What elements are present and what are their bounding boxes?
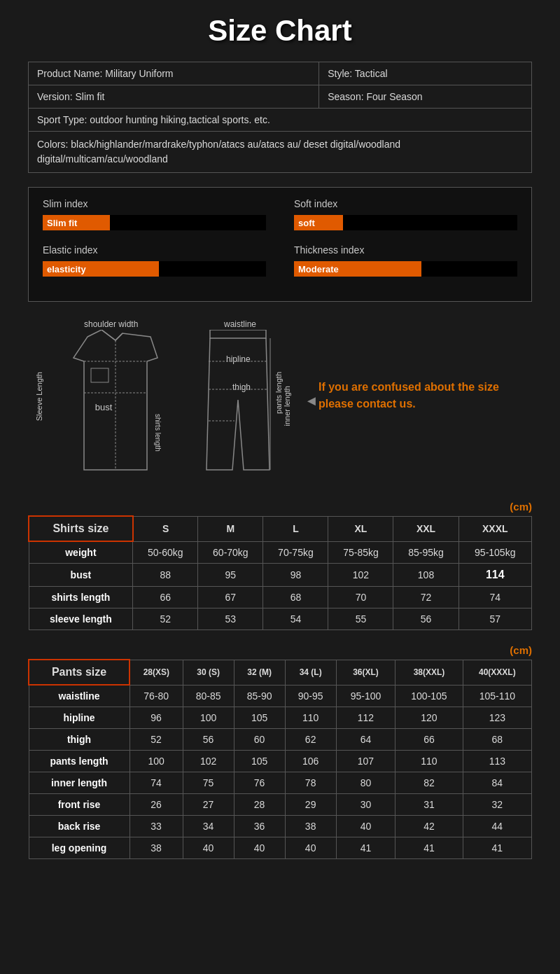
shirts-size-header: XXXL — [458, 516, 531, 541]
shirts-row-header: shirts length — [29, 587, 133, 608]
page-title: Size Chart — [0, 0, 560, 55]
pants-cell: 78 — [285, 772, 336, 794]
pants-cell: 80-85 — [183, 685, 234, 707]
shirts-unit-label: (cm) — [28, 498, 532, 515]
product-version: Version: Slim fit — [29, 85, 319, 109]
pants-cell: 76 — [234, 772, 285, 794]
shirts-row-header: weight — [29, 541, 133, 564]
pants-cell: 42 — [396, 816, 463, 837]
pants-cell: 75 — [183, 772, 234, 794]
product-season: Season: Four Season — [319, 85, 532, 109]
shirts-cell: 60-70kg — [198, 541, 263, 564]
inner-length-label: inner length — [283, 386, 291, 426]
slim-index-bar: Slim fit — [43, 215, 266, 230]
slim-index-label: Slim index — [43, 198, 266, 209]
slim-index-item: Slim index Slim fit — [43, 198, 266, 230]
thickness-index-bar: Moderate — [294, 261, 517, 277]
shirts-cell: 95-105kg — [458, 541, 531, 564]
product-style: Style: Tactical — [319, 62, 532, 85]
pants-row-header: back rise — [29, 816, 130, 837]
shirts-cell: 50-60kg — [133, 541, 198, 564]
pants-cell: 100 — [130, 751, 183, 772]
pants-cell: 64 — [336, 729, 396, 751]
shirts-cell: 70 — [328, 587, 393, 608]
shirts-cell: 75-85kg — [328, 541, 393, 564]
pants-row-header: leg opening — [29, 837, 130, 859]
shirts-cell: 70-75kg — [263, 541, 328, 564]
thickness-index-label: Thickness index — [294, 244, 517, 256]
pants-row-header: inner length — [29, 772, 130, 794]
shirts-cell: 68 — [263, 587, 328, 608]
svg-rect-7 — [210, 330, 266, 338]
pants-table-section: (cm) Pants size 28(XS)30 (S)32 (M)34 (L)… — [28, 641, 532, 859]
pants-size-header: 32 (M) — [234, 660, 285, 685]
shirts-cell: 57 — [458, 608, 531, 630]
pants-size-header: 38(XXL) — [396, 660, 463, 685]
product-info-table: Product Name: Military Uniform Style: Ta… — [28, 62, 532, 173]
pants-title: Pants size — [29, 660, 130, 685]
pants-cell: 44 — [463, 816, 531, 837]
shirts-row-header: sleeve length — [29, 608, 133, 630]
pants-cell: 62 — [285, 729, 336, 751]
pants-cell: 100-105 — [396, 685, 463, 707]
sleeve-length-label: Sleeve Length — [35, 372, 43, 421]
pants-cell: 105 — [234, 707, 285, 729]
pants-row-header: thigh — [29, 729, 130, 751]
elastic-index-bar: elasticity — [43, 261, 266, 277]
pants-cell: 26 — [130, 794, 183, 816]
soft-index-fill: soft — [294, 215, 343, 230]
pants-cell: 28 — [234, 794, 285, 816]
pants-cell: 40 — [183, 837, 234, 859]
soft-index-label: Soft index — [294, 198, 517, 209]
shirts-size-header: M — [198, 516, 263, 541]
pants-cell: 85-90 — [234, 685, 285, 707]
index-row-1: Slim index Slim fit Soft index soft — [43, 198, 517, 230]
pants-row-header: waistline — [29, 685, 130, 707]
pants-cell: 36 — [234, 816, 285, 837]
pants-cell: 84 — [463, 772, 531, 794]
pants-cell: 110 — [396, 751, 463, 772]
shirts-cell: 72 — [393, 587, 458, 608]
shirt-diagram: bust shirts length — [46, 330, 200, 484]
thickness-index-item: Thickness index Moderate — [294, 244, 517, 277]
pants-cell: 82 — [396, 772, 463, 794]
diagram-note: If you are confused about the size pleas… — [318, 379, 514, 412]
shirts-cell: 52 — [133, 608, 198, 630]
shirts-cell: 88 — [133, 564, 198, 587]
soft-index-bar: soft — [294, 215, 517, 230]
pants-cell: 74 — [130, 772, 183, 794]
shirts-cell: 85-95kg — [393, 541, 458, 564]
pants-cell: 56 — [183, 729, 234, 751]
elastic-index-label: Elastic index — [43, 244, 266, 256]
shirts-title: Shirts size — [29, 516, 133, 541]
elastic-index-item: Elastic index elasticity — [43, 244, 266, 277]
pants-size-header: 34 (L) — [285, 660, 336, 685]
pants-cell: 106 — [285, 751, 336, 772]
pants-cell: 34 — [183, 816, 234, 837]
waistline-label: waistline — [224, 319, 256, 329]
shirts-cell: 54 — [263, 608, 328, 630]
pants-cell: 76-80 — [130, 685, 183, 707]
pants-size-header: 40(XXXL) — [463, 660, 531, 685]
shirts-size-header: L — [263, 516, 328, 541]
pants-cell: 40 — [336, 816, 396, 837]
pants-cell: 40 — [285, 837, 336, 859]
pants-cell: 102 — [183, 751, 234, 772]
shirts-cell: 74 — [458, 587, 531, 608]
shirts-cell: 56 — [393, 608, 458, 630]
pants-size-table: Pants size 28(XS)30 (S)32 (M)34 (L)36(XL… — [28, 659, 532, 859]
pants-size-header: 36(XL) — [336, 660, 396, 685]
pants-cell: 41 — [336, 837, 396, 859]
slim-index-fill: Slim fit — [43, 215, 110, 230]
pants-cell: 110 — [285, 707, 336, 729]
pants-cell: 29 — [285, 794, 336, 816]
index-section: Slim index Slim fit Soft index soft Elas… — [28, 187, 532, 302]
soft-index-item: Soft index soft — [294, 198, 517, 230]
pants-cell: 96 — [130, 707, 183, 729]
pants-cell: 107 — [336, 751, 396, 772]
shirts-size-header: XL — [328, 516, 393, 541]
pants-cell: 31 — [396, 794, 463, 816]
thickness-index-fill: Moderate — [294, 261, 421, 277]
pants-cell: 90-95 — [285, 685, 336, 707]
shirts-cell: 55 — [328, 608, 393, 630]
